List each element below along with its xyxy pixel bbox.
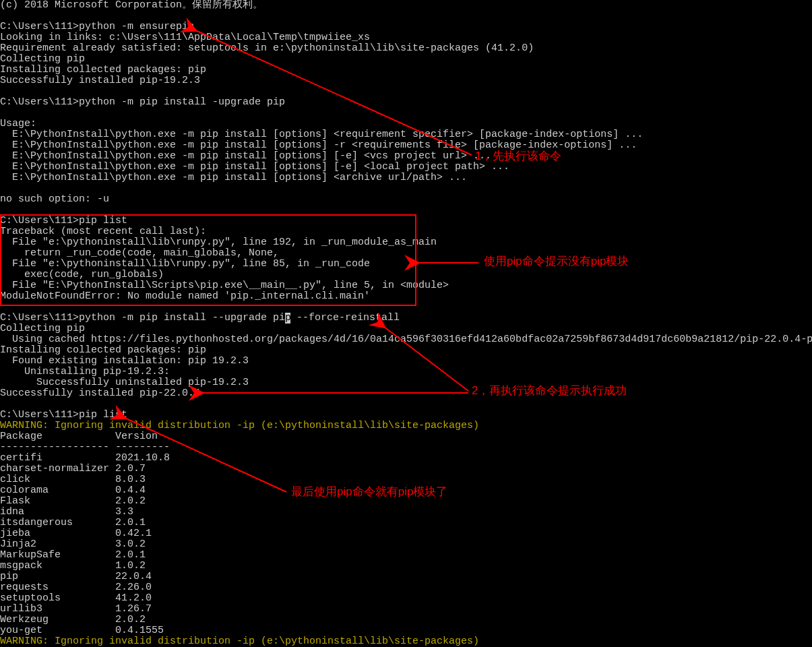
package-list: certifi 2021.10.8 charset-normalizer 2.0… bbox=[0, 452, 170, 636]
warning-line: WARNING: Ignoring invalid distribution -… bbox=[0, 420, 479, 431]
terminal-output[interactable]: (c) 2018 Microsoft Corporation。保留所有权利。 C… bbox=[0, 0, 812, 647]
prompt-ensurepip: C:\Users\111>python -m ensurepip bbox=[0, 21, 194, 32]
usage-line: E:\PythonInstall\python.exe -m pip insta… bbox=[0, 161, 509, 173]
text-line: Uninstalling pip-19.2.3: bbox=[0, 366, 170, 377]
warning-line: WARNING: Ignoring invalid distribution -… bbox=[0, 636, 479, 647]
error-line: no such option: -u bbox=[0, 193, 109, 205]
traceback-line: ModuleNotFoundError: No module named 'pi… bbox=[0, 290, 370, 302]
text-line: Successfully uninstalled pip-19.2.3 bbox=[0, 377, 249, 388]
text-line: Found existing installation: pip 19.2.3 bbox=[0, 355, 249, 367]
text-line: Installing collected packages: pip bbox=[0, 344, 206, 356]
usage-line: E:\PythonInstall\python.exe -m pip insta… bbox=[0, 172, 467, 183]
prompt-piplist-fail: C:\Users\111>pip list bbox=[0, 215, 127, 226]
prompt-upgrade-bad: C:\Users\111>python -m pip install -upgr… bbox=[0, 96, 285, 108]
traceback-line: File "E:\PythonInstall\Scripts\pip.exe\_… bbox=[0, 280, 449, 291]
text-line: Installing collected packages: pip bbox=[0, 64, 206, 75]
traceback-line: return _run_code(code, main_globals, Non… bbox=[0, 247, 279, 259]
copyright-line: (c) 2018 Microsoft Corporation。保留所有权利。 bbox=[0, 0, 263, 11]
prompt-piplist-ok: C:\Users\111>pip list bbox=[0, 409, 127, 421]
traceback-line: Traceback (most recent call last): bbox=[0, 226, 206, 237]
text-line: Collecting pip bbox=[0, 53, 85, 65]
annotation-text-2: 使用pip命令提示没有pip模块 bbox=[484, 256, 629, 267]
traceback-line: File "e:\pythoninstall\lib\runpy.py", li… bbox=[0, 237, 437, 248]
text-line: Requirement already satisfied: setuptool… bbox=[0, 42, 534, 54]
package-header: Package Version bbox=[0, 431, 158, 442]
traceback-line: File "e:\pythoninstall\lib\runpy.py", li… bbox=[0, 258, 370, 270]
text-line: Successfully installed pip-22.0.4 bbox=[0, 388, 200, 399]
annotation-text-4: 最后使用pip命令就有pip模块了 bbox=[291, 487, 447, 497]
text-line: Using cached https://files.pythonhosted.… bbox=[0, 334, 812, 345]
package-sep: ------------------ --------- bbox=[0, 441, 170, 453]
text-line: Looking in links: c:\Users\111\AppData\L… bbox=[0, 32, 370, 43]
annotation-text-3: 2，再执行该命令提示执行成功 bbox=[472, 386, 627, 396]
text-line: Collecting pip bbox=[0, 323, 85, 334]
usage-line: Usage: bbox=[0, 118, 36, 129]
annotation-text-1: 1，先执行该命令 bbox=[475, 151, 561, 162]
text-line: Successfully installed pip-19.2.3 bbox=[0, 75, 200, 86]
usage-line: E:\PythonInstall\python.exe -m pip insta… bbox=[0, 150, 491, 162]
traceback-line: exec(code, run_globals) bbox=[0, 269, 164, 280]
usage-line: E:\PythonInstall\python.exe -m pip insta… bbox=[0, 129, 643, 140]
prompt-force-reinstall: C:\Users\111>python -m pip install --upg… bbox=[0, 312, 400, 324]
